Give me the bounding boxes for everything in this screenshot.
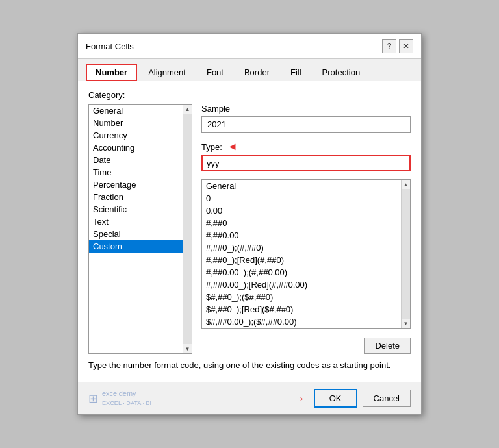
hint-section: Type the number format code, using one o… [88,354,411,373]
title-bar: Format Cells ? ✕ [78,34,421,59]
format-list: General 0 0.00 #,##0 #,##0.00 #,##0_);(#… [202,180,410,328]
right-panel: Sample 2021 Type: ◄ General 0 [201,104,411,354]
hint-text: Type the number format code, using one o… [88,360,390,370]
type-section: Type: ◄ [201,141,411,171]
help-button[interactable]: ? [382,39,396,53]
ok-arrow-icon: → [292,390,306,407]
scroll-down-arrow[interactable]: ▼ [183,344,192,353]
main-content-row: General Number Currency Accounting Date … [88,104,411,354]
sample-value: 2021 [201,116,411,133]
category-list: General Number Currency Accounting Date … [89,105,192,353]
close-button[interactable]: ✕ [399,39,413,53]
tab-number[interactable]: Number [86,64,137,81]
category-item-custom[interactable]: Custom [89,240,192,253]
footer-buttons: → OK Cancel [292,389,411,408]
format-item-0[interactable]: 0 [202,192,410,205]
format-item-hash-paren1[interactable]: #,##0_);(#,##0) [202,242,410,254]
format-item-hash-0.00[interactable]: #,##0.00 [202,229,410,242]
delete-button[interactable]: Delete [364,338,411,354]
logo-icon: ⊞ [88,392,98,406]
tab-fill[interactable]: Fill [281,64,311,81]
category-item-fraction[interactable]: Fraction [89,191,192,203]
format-item-hash-0[interactable]: #,##0 [202,217,410,229]
format-item-dollar2[interactable]: $#,##0.00_);($#,##0.00) [202,316,410,328]
format-scroll-down[interactable]: ▼ [402,319,411,328]
format-list-container: General 0 0.00 #,##0 #,##0.00 #,##0_);(#… [201,179,411,329]
format-item-0.00[interactable]: 0.00 [202,205,410,217]
format-item-dollar-red1[interactable]: $#,##0_);[Red]($#,##0) [202,303,410,316]
category-item-accounting[interactable]: Accounting [89,142,192,154]
type-label-row: Type: ◄ [201,141,411,153]
format-scrollbar[interactable]: ▲ ▼ [401,180,410,328]
tab-alignment[interactable]: Alignment [138,64,196,81]
type-input[interactable] [201,155,411,171]
category-scrollbar[interactable]: ▲ ▼ [183,105,192,353]
category-item-time[interactable]: Time [89,166,192,179]
category-item-date[interactable]: Date [89,154,192,166]
category-item-general[interactable]: General [89,105,192,117]
category-item-special[interactable]: Special [89,228,192,240]
type-arrow-icon: ◄ [227,141,238,153]
format-scroll-up[interactable]: ▲ [402,180,411,189]
dialog-title: Format Cells [86,42,134,51]
format-scroll-track [402,189,410,319]
category-label: Category: [88,90,411,100]
category-item-currency[interactable]: Currency [89,129,192,142]
scroll-track [183,114,192,344]
tab-border[interactable]: Border [235,64,279,81]
sample-section: Sample 2021 [201,104,411,133]
cancel-button[interactable]: Cancel [363,390,411,407]
footer-logo: ⊞ exceldemyEXCEL · DATA · BI [88,390,151,406]
format-item-hash-red1[interactable]: #,##0_);[Red](#,##0) [202,254,410,266]
type-label: Type: [201,142,222,152]
delete-row: Delete [201,338,411,354]
tab-font[interactable]: Font [197,64,233,81]
tab-bar: Number Alignment Font Border Fill Protec… [78,59,421,81]
scroll-up-arrow[interactable]: ▲ [183,105,192,114]
category-item-number[interactable]: Number [89,117,192,129]
logo-text: exceldemyEXCEL · DATA · BI [102,390,151,406]
sample-label: Sample [201,104,411,114]
category-list-container: General Number Currency Accounting Date … [88,104,192,354]
format-item-hash-red2[interactable]: #,##0.00_);[Red](#,##0.00) [202,279,410,291]
format-item-dollar1[interactable]: $#,##0_);($#,##0) [202,291,410,303]
dialog-footer: ⊞ exceldemyEXCEL · DATA · BI → OK Cancel [78,382,421,414]
title-bar-buttons: ? ✕ [382,39,413,53]
category-item-scientific[interactable]: Scientific [89,203,192,216]
category-item-percentage[interactable]: Percentage [89,179,192,191]
format-item-general[interactable]: General [202,180,410,192]
dialog-body: Category: General Number Currency Accoun… [78,81,421,382]
category-item-text[interactable]: Text [89,216,192,228]
tab-protection[interactable]: Protection [313,64,370,81]
format-cells-dialog: Format Cells ? ✕ Number Alignment Font B… [77,33,422,415]
ok-button[interactable]: OK [314,389,357,408]
format-item-hash-paren2[interactable]: #,##0.00_);(#,##0.00) [202,266,410,279]
